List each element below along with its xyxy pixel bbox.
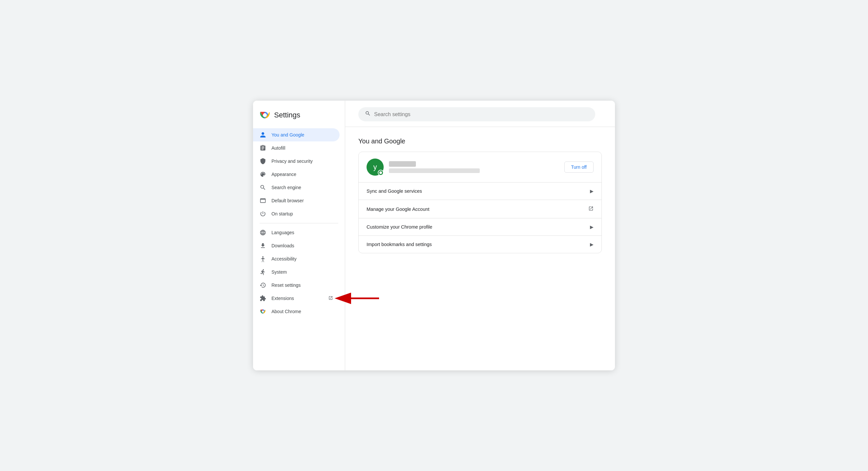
profile-email: █████████████████████████████	[389, 168, 559, 173]
avatar-badge-inner	[379, 171, 382, 174]
sidebar-item-reset-settings[interactable]: Reset settings	[253, 279, 340, 292]
import-arrow-icon: ▶	[590, 242, 594, 247]
sidebar-item-autofill-label: Autofill	[272, 146, 333, 151]
palette-icon	[259, 171, 266, 178]
manage-account-menu-item[interactable]: Manage your Google Account	[359, 200, 601, 218]
sidebar-item-privacy-label: Privacy and security	[272, 159, 333, 164]
sidebar-item-extensions-label: Extensions	[272, 296, 323, 301]
profile-info: ██ ████ █████████████████████████████	[389, 161, 559, 173]
sidebar-item-about-chrome[interactable]: About Chrome	[253, 305, 340, 318]
customize-profile-label: Customize your Chrome profile	[367, 224, 432, 229]
power-icon	[259, 211, 266, 217]
customize-arrow-icon: ▶	[590, 224, 594, 229]
system-icon	[259, 269, 266, 275]
sidebar-item-downloads-label: Downloads	[272, 243, 333, 248]
sidebar-item-extensions[interactable]: Extensions	[253, 292, 340, 305]
sidebar-item-accessibility-label: Accessibility	[272, 256, 333, 261]
sidebar-item-appearance-label: Appearance	[272, 172, 333, 177]
sidebar-divider-1	[259, 223, 338, 223]
manage-account-label: Manage your Google Account	[367, 207, 429, 212]
sidebar-item-accessibility[interactable]: Accessibility	[253, 252, 340, 265]
sidebar-item-system-label: System	[272, 270, 333, 275]
about-chrome-icon	[259, 308, 266, 315]
sidebar-item-on-startup[interactable]: On startup	[253, 207, 340, 220]
sidebar-item-downloads[interactable]: Downloads	[253, 239, 340, 252]
manage-account-external-icon	[588, 206, 594, 212]
settings-window: Settings You and Google Autofill Pri	[253, 101, 615, 370]
profile-row: y ██ ████ █████████████████████████████	[359, 152, 601, 183]
reset-icon	[259, 282, 266, 288]
sidebar: Settings You and Google Autofill Pri	[253, 101, 345, 370]
you-and-google-card: y ██ ████ █████████████████████████████	[358, 152, 602, 253]
import-bookmarks-label: Import bookmarks and settings	[367, 242, 432, 247]
svg-point-2	[263, 113, 267, 117]
sidebar-item-about-chrome-label: About Chrome	[272, 309, 333, 314]
sidebar-item-default-browser[interactable]: Default browser	[253, 194, 340, 207]
avatar-container: y	[367, 159, 384, 176]
avatar-badge	[378, 170, 384, 176]
profile-name: ██ ████	[389, 161, 559, 167]
sidebar-item-default-browser-label: Default browser	[272, 198, 333, 203]
sidebar-item-search-engine[interactable]: Search engine	[253, 181, 340, 194]
section-title: You and Google	[358, 137, 602, 145]
assignment-icon	[259, 145, 266, 151]
sidebar-item-privacy-security[interactable]: Privacy and security	[253, 155, 340, 168]
sync-arrow-icon: ▶	[590, 188, 594, 194]
main-body: You and Google y ██ ████	[345, 127, 615, 370]
import-bookmarks-menu-item[interactable]: Import bookmarks and settings ▶	[359, 236, 601, 253]
accessibility-icon	[259, 256, 266, 262]
sidebar-item-appearance[interactable]: Appearance	[253, 168, 340, 181]
main-content: You and Google y ██ ████	[345, 101, 615, 370]
sidebar-item-reset-label: Reset settings	[272, 283, 333, 288]
sidebar-item-system[interactable]: System	[253, 265, 340, 279]
sidebar-item-you-and-google[interactable]: You and Google	[253, 128, 340, 142]
search-bar-icon	[365, 111, 371, 118]
sidebar-header: Settings	[253, 107, 345, 128]
sync-menu-item[interactable]: Sync and Google services ▶	[359, 183, 601, 200]
sidebar-item-languages-label: Languages	[272, 230, 333, 235]
sidebar-item-languages[interactable]: Languages	[253, 226, 340, 239]
sync-label: Sync and Google services	[367, 188, 422, 194]
svg-point-7	[262, 311, 264, 312]
sidebar-item-on-startup-label: On startup	[272, 211, 333, 216]
sidebar-item-you-and-google-label: You and Google	[272, 132, 333, 137]
browser-icon	[259, 197, 266, 204]
svg-point-3	[262, 256, 263, 257]
main-header	[345, 101, 615, 127]
sidebar-item-autofill[interactable]: Autofill	[253, 142, 340, 155]
sidebar-navigation: You and Google Autofill Privacy and secu…	[253, 128, 345, 364]
search-bar[interactable]	[358, 107, 595, 121]
language-icon	[259, 229, 266, 236]
chrome-logo-icon	[259, 110, 270, 120]
extension-icon	[259, 295, 266, 302]
shield-icon	[259, 158, 266, 164]
turn-off-button[interactable]: Turn off	[564, 161, 594, 173]
sidebar-title: Settings	[274, 111, 301, 119]
external-link-icon	[329, 296, 333, 301]
person-icon	[259, 132, 266, 138]
search-icon	[259, 184, 266, 191]
download-icon	[259, 243, 266, 249]
sidebar-item-search-label: Search engine	[272, 185, 333, 190]
search-input[interactable]	[374, 112, 589, 118]
customize-profile-menu-item[interactable]: Customize your Chrome profile ▶	[359, 218, 601, 236]
